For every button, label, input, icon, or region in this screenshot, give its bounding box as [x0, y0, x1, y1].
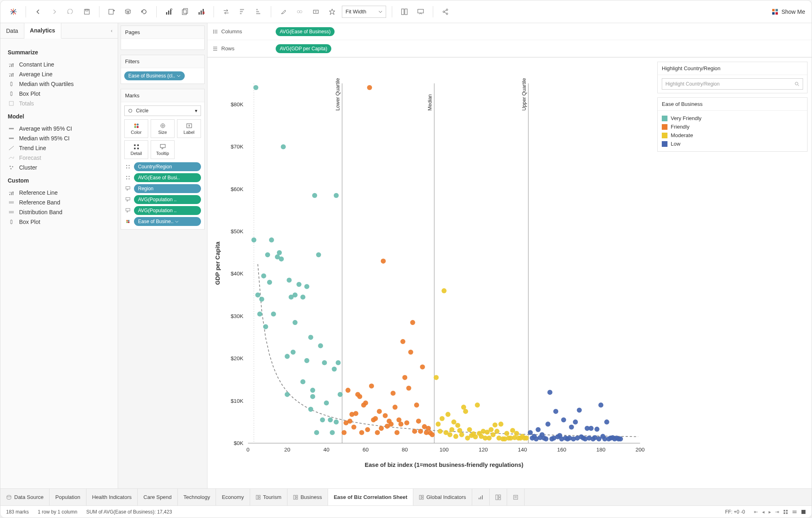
sheet-tabs: Data Source PopulationHealth IndicatorsC… [0, 488, 812, 505]
rows-shelf[interactable]: Rows AVG(GDP per Capita) [207, 40, 812, 57]
legend-label: Moderate [671, 132, 693, 138]
sort-asc-icon[interactable] [236, 5, 249, 18]
sheet-tab[interactable]: Population [50, 489, 86, 505]
scatter-plot[interactable]: Lower QuartileMedianUpper Quartile020406… [212, 65, 649, 484]
presentation-icon[interactable] [414, 5, 427, 18]
sheet-tab[interactable]: Ease of Biz Correlation Sheet [328, 489, 413, 505]
marks-size[interactable]: Size [151, 119, 175, 138]
analytics-item[interactable]: Median with 95% CI [8, 133, 110, 143]
analytics-item[interactable]: Totals [8, 99, 110, 108]
mark-pill[interactable]: AVG(Population .. [134, 206, 201, 215]
sort-desc-icon[interactable] [252, 5, 265, 18]
svg-rect-51 [13, 73, 13, 77]
analytics-item[interactable]: Box Plot [8, 89, 110, 99]
new-worksheet-icon[interactable] [162, 5, 175, 18]
analytics-item[interactable]: Distribution Band [8, 207, 110, 217]
legend-item[interactable]: Friendly [662, 123, 803, 131]
circle-icon [128, 108, 133, 113]
analytics-item[interactable]: Median with Quartiles [8, 79, 110, 89]
save-icon[interactable] [80, 5, 93, 18]
mark-pill[interactable]: AVG(Population .. [134, 195, 201, 204]
grid-view-icon[interactable] [783, 509, 788, 514]
mark-type-select[interactable]: Circle ▾ [124, 105, 201, 116]
refresh-icon[interactable] [138, 5, 151, 18]
filter-pill[interactable]: Ease of Business (cl.. [124, 71, 185, 80]
nav-next-icon[interactable]: ▸ [769, 509, 771, 515]
sheet-tab[interactable]: Economy [216, 489, 250, 505]
label-icon[interactable]: T [309, 5, 322, 18]
analytics-item[interactable]: Constant Line [8, 60, 110, 69]
nav-first-icon[interactable]: ⇤ [754, 509, 758, 515]
svg-rect-19 [201, 11, 202, 15]
custom-heading: Custom [8, 177, 110, 184]
rows-pill[interactable]: AVG(GDP per Capita) [276, 44, 331, 53]
legend-item[interactable]: Moderate [662, 131, 803, 140]
clear-sheet-icon[interactable] [195, 5, 208, 18]
collapse-pane-icon[interactable]: ‹ [106, 23, 118, 38]
undo-history-icon[interactable] [64, 5, 77, 18]
analytics-item-label: Totals [19, 100, 34, 107]
svg-line-39 [445, 10, 447, 11]
nav-last-icon[interactable]: ⇥ [775, 509, 779, 515]
swap-icon[interactable] [220, 5, 233, 18]
legend-item[interactable]: Low [662, 140, 803, 148]
data-source-tab[interactable]: Data Source [0, 489, 50, 505]
highlight-input[interactable]: Highlight Country/Region [662, 78, 803, 90]
mark-pill[interactable]: Region [134, 184, 201, 193]
analytics-item[interactable]: Reference Line [8, 188, 110, 198]
marks-color[interactable]: Color [124, 119, 148, 138]
new-story-button[interactable] [507, 489, 525, 505]
group-icon[interactable] [293, 5, 306, 18]
sheet-tab[interactable]: Tourism [250, 489, 288, 505]
pages-header: Pages [121, 26, 204, 39]
sheet-tab[interactable]: Global Indicators [413, 489, 472, 505]
single-view-icon[interactable] [801, 509, 806, 514]
tab-analytics[interactable]: Analytics [24, 23, 61, 39]
legend-item[interactable]: Very Friendly [662, 114, 803, 123]
sheet-tab[interactable]: Technology [178, 489, 216, 505]
columns-pill[interactable]: AVG(Ease of Business) [276, 27, 335, 36]
plot-area[interactable]: Lower QuartileMedianUpper Quartile020406… [207, 58, 653, 488]
svg-text:160: 160 [557, 447, 566, 453]
analytics-item[interactable]: Box Plot [8, 217, 110, 227]
pause-data-icon[interactable] [121, 5, 134, 18]
sheet-tab[interactable]: Health Indicators [86, 489, 138, 505]
mark-pill[interactable]: AVG(Ease of Busi.. [134, 173, 201, 182]
nav-prev-icon[interactable]: ◂ [762, 509, 764, 515]
mark-pill[interactable]: Country/Region [134, 162, 201, 171]
sheet-tab[interactable]: Care Spend [138, 489, 177, 505]
svg-point-220 [410, 320, 415, 325]
tableau-logo-icon[interactable] [7, 5, 20, 18]
svg-point-146 [263, 324, 268, 329]
new-dashboard-button[interactable] [490, 489, 507, 505]
mark-pill[interactable]: Ease of Busine.. [134, 217, 201, 226]
fit-mode-select[interactable]: Fit Width [342, 6, 386, 18]
marks-tooltip[interactable]: Tooltip [151, 140, 175, 159]
svg-point-148 [267, 280, 272, 285]
new-datasource-icon[interactable] [105, 5, 118, 18]
columns-shelf[interactable]: Columns AVG(Ease of Business) [207, 23, 812, 40]
svg-point-303 [577, 408, 582, 413]
new-sheet-button[interactable] [472, 489, 490, 505]
show-cards-icon[interactable] [398, 5, 411, 18]
back-icon[interactable] [32, 5, 45, 18]
analytics-item[interactable]: Average with 95% CI [8, 124, 110, 133]
pin-icon[interactable] [326, 5, 339, 18]
share-icon[interactable] [439, 5, 452, 18]
filmstrip-view-icon[interactable] [792, 509, 797, 514]
analytics-item[interactable]: Reference Band [8, 198, 110, 207]
forward-icon[interactable] [48, 5, 61, 18]
svg-rect-24 [240, 11, 243, 12]
svg-point-143 [257, 312, 262, 316]
analytics-item[interactable]: Average Line [8, 69, 110, 79]
analytics-item[interactable]: Trend Line [8, 143, 110, 153]
highlight-icon[interactable] [277, 5, 290, 18]
analytics-item[interactable]: Cluster [8, 163, 110, 172]
analytics-item[interactable]: Forecast [8, 153, 110, 163]
duplicate-sheet-icon[interactable] [179, 5, 192, 18]
marks-label[interactable]: TLabel [177, 119, 201, 138]
marks-detail[interactable]: Detail [124, 140, 148, 159]
sheet-tab[interactable]: Business [287, 489, 328, 505]
tab-data[interactable]: Data [0, 23, 24, 38]
show-me-button[interactable]: Show Me [772, 9, 805, 15]
